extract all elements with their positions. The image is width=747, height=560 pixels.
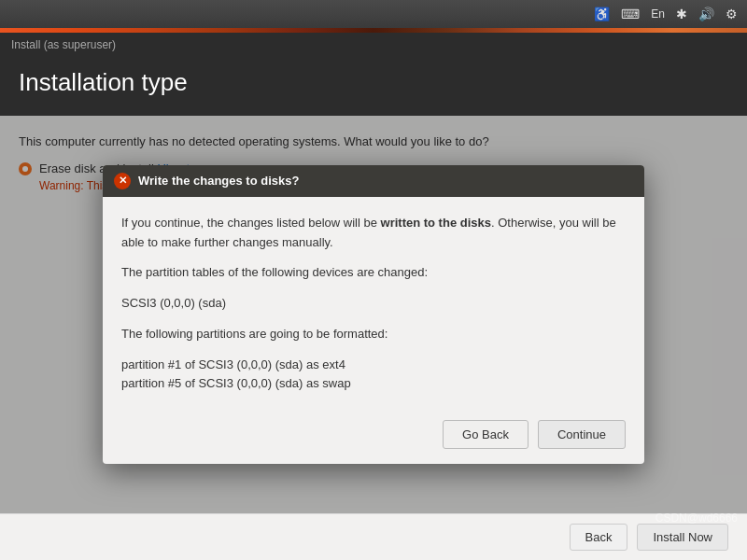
page-title: Installation type — [19, 68, 728, 97]
dialog-title: Write the changes to disks? — [138, 174, 299, 188]
bluetooth-icon[interactable]: ✱ — [676, 7, 687, 21]
watermark: CSDN@wd6666 — [655, 511, 738, 525]
content-area: This computer currently has no detected … — [0, 116, 747, 513]
dialog-titlebar: ✕ Write the changes to disks? — [103, 165, 644, 197]
top-system-bar: ♿ ⌨ En ✱ 🔊 ⚙ — [0, 0, 747, 28]
dialog-body: If you continue, the changes listed belo… — [103, 197, 644, 412]
page-title-section: Installation type — [0, 57, 747, 116]
dialog-footer: Go Back Continue — [103, 411, 644, 464]
dialog-close-icon[interactable]: ✕ — [114, 173, 131, 189]
volume-icon[interactable]: 🔊 — [698, 7, 714, 21]
continue-button[interactable]: Continue — [538, 420, 626, 449]
bottom-nav-bar: Back Install Now — [0, 513, 747, 560]
back-button[interactable]: Back — [570, 524, 628, 551]
accessibility-icon[interactable]: ♿ — [594, 7, 610, 21]
settings-icon[interactable]: ⚙ — [726, 7, 738, 21]
modal-overlay: ✕ Write the changes to disks? If you con… — [0, 116, 747, 513]
window-title-bar: Install (as superuser) — [0, 33, 747, 57]
partition-list: partition #1 of SCSI3 (0,0,0) (sda) as e… — [121, 356, 626, 395]
installer-window: Install (as superuser) Installation type… — [0, 28, 747, 560]
go-back-button[interactable]: Go Back — [443, 420, 529, 449]
partition-tables-header: The partition tables of the following de… — [121, 263, 626, 283]
language-indicator[interactable]: En — [651, 7, 665, 21]
partitions-header: The following partitions are going to be… — [121, 325, 626, 344]
device-entry: SCSI3 (0,0,0) (sda) — [121, 296, 226, 310]
dialog-body-paragraph1: If you continue, the changes listed belo… — [121, 214, 626, 253]
partition2-entry: partition #5 of SCSI3 (0,0,0) (sda) as s… — [121, 374, 626, 394]
write-changes-dialog: ✕ Write the changes to disks? If you con… — [103, 165, 644, 465]
install-now-button[interactable]: Install Now — [637, 524, 728, 551]
keyboard-icon[interactable]: ⌨ — [621, 7, 640, 21]
device-list: SCSI3 (0,0,0) (sda) — [121, 294, 626, 314]
partition1-entry: partition #1 of SCSI3 (0,0,0) (sda) as e… — [121, 356, 626, 375]
window-title: Install (as superuser) — [11, 38, 116, 51]
